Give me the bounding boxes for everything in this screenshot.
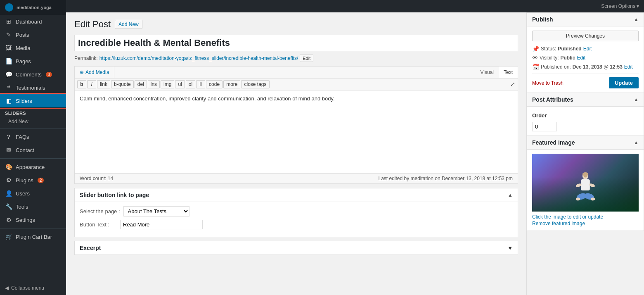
publish-title: Publish xyxy=(532,16,553,23)
sidebar-item-tools[interactable]: 🔧 Tools xyxy=(0,200,66,213)
button-text-input[interactable] xyxy=(120,220,203,229)
publish-panel-body: Preview Changes 📌 Status: Published Edit… xyxy=(527,26,644,93)
fmt-italic[interactable]: i xyxy=(87,80,96,88)
screen-options-btn[interactable]: Screen Options ▾ xyxy=(601,3,639,9)
post-attributes-body: Order xyxy=(527,107,644,136)
post-attributes-toggle[interactable]: ▲ xyxy=(634,97,639,102)
order-label: Order xyxy=(532,112,639,119)
page-title-bar: Edit Post Add New xyxy=(74,19,518,30)
remove-featured-image-link[interactable]: Remove featured image xyxy=(532,221,639,226)
sidebar-item-dashboard[interactable]: ⊞ Dashboard xyxy=(0,15,66,28)
sidebar-item-users[interactable]: 👤 Users xyxy=(0,187,66,200)
fmt-img[interactable]: img xyxy=(161,80,174,88)
publish-panel-header[interactable]: Publish ▲ xyxy=(527,13,644,26)
publish-toggle[interactable]: ▲ xyxy=(634,17,639,22)
page-select-dropdown[interactable]: About The Tests Home Contact Blog xyxy=(123,206,189,216)
settings-icon: ⚙ xyxy=(5,216,12,223)
tools-icon: 🔧 xyxy=(5,203,12,210)
fmt-li[interactable]: li xyxy=(196,80,205,88)
slider-metabox-body: Select the page : About The Tests Home C… xyxy=(75,202,518,237)
sidebar-item-settings[interactable]: ⚙ Settings xyxy=(0,213,66,226)
fmt-code[interactable]: code xyxy=(206,80,223,88)
published-edit-link[interactable]: Edit xyxy=(624,64,633,70)
featured-image-toggle[interactable]: ▲ xyxy=(634,140,639,145)
slider-metabox-title: Slider button link to page xyxy=(80,192,149,198)
featured-image-container[interactable] xyxy=(532,154,639,212)
post-title-input[interactable] xyxy=(74,35,518,51)
sidebar-item-comments[interactable]: 💬 Comments 3 xyxy=(0,68,66,81)
fmt-ul[interactable]: ul xyxy=(175,80,185,88)
sidebar-item-plugins[interactable]: ⚙ Plugins 2 xyxy=(0,174,66,187)
fmt-bquote[interactable]: b-quote xyxy=(111,80,134,88)
fmt-ol[interactable]: ol xyxy=(186,80,195,88)
sidebar-item-label: Pages xyxy=(16,58,31,64)
contact-icon: ✉ xyxy=(5,147,12,153)
permalink-edit-btn[interactable]: Edit xyxy=(300,55,313,62)
status-row: 📌 Status: Published Edit xyxy=(532,45,639,52)
sidebar-item-label: Sliders xyxy=(16,98,32,104)
published-label: Published on: xyxy=(541,64,571,70)
published-value: Dec 13, 2018 @ 12:53 xyxy=(573,64,623,70)
sidebar-item-media[interactable]: 🖼 Media xyxy=(0,41,66,55)
slider-metabox-header[interactable]: Slider button link to page ▲ xyxy=(75,188,518,202)
fmt-link[interactable]: link xyxy=(97,80,110,88)
wp-logo-icon xyxy=(5,3,13,12)
sidebar-item-plugin-cart-bar[interactable]: 🛒 Plugin Cart Bar xyxy=(0,230,66,243)
visibility-edit-link[interactable]: Edit xyxy=(577,55,585,61)
sidebar-logo: meditation-yoga xyxy=(0,0,66,15)
sliders-section-header: Sliders xyxy=(0,107,66,117)
visibility-icon: 👁 xyxy=(532,55,538,61)
sidebar-item-testimonials[interactable]: ❝ Testimonials xyxy=(0,81,66,94)
editor-box: ⊕ ⊕ Add Media Add Media Visual Text b i … xyxy=(74,66,518,184)
svg-point-9 xyxy=(591,197,595,200)
tab-text[interactable]: Text xyxy=(499,67,518,78)
update-button[interactable]: Update xyxy=(609,77,639,88)
featured-image-header[interactable]: Featured Image ▲ xyxy=(527,136,644,150)
sidebar-sub-add-new[interactable]: Add New xyxy=(0,117,66,126)
featured-image-title: Featured Image xyxy=(532,139,575,146)
sidebar-item-posts[interactable]: ✎ Posts xyxy=(0,28,66,41)
excerpt-metabox[interactable]: Excerpt ▼ xyxy=(74,241,518,255)
sidebar-item-faqs[interactable]: ? FAQs xyxy=(0,130,66,143)
excerpt-toggle[interactable]: ▼ xyxy=(507,245,513,251)
sidebar: meditation-yoga ⊞ Dashboard ✎ Posts 🖼 Me… xyxy=(0,0,66,295)
editor-format-bar: b i link b-quote del ins img ul ol li co… xyxy=(75,79,518,90)
sidebar-item-pages[interactable]: 📄 Pages xyxy=(0,55,66,68)
fmt-del[interactable]: del xyxy=(135,80,147,88)
svg-rect-2 xyxy=(584,173,587,178)
button-text-row: Button Text : xyxy=(80,220,513,229)
fmt-ins[interactable]: ins xyxy=(148,80,160,88)
add-media-button[interactable]: ⊕ ⊕ Add Media Add Media xyxy=(75,67,114,78)
tab-visual[interactable]: Visual xyxy=(476,67,499,78)
status-edit-link[interactable]: Edit xyxy=(583,46,592,52)
sidebar-item-label: Tools xyxy=(16,204,28,210)
visibility-value: Public xyxy=(560,55,575,61)
plugins-icon: ⚙ xyxy=(5,177,12,183)
editor-text: Calm mind, enhanced concentration, impro… xyxy=(80,95,335,102)
move-to-trash-link[interactable]: Move to Trash xyxy=(532,80,564,86)
slider-metabox-toggle[interactable]: ▲ xyxy=(508,192,513,198)
select-page-label: Select the page : xyxy=(80,208,120,214)
sidebar-item-label: Plugins xyxy=(16,177,33,183)
post-attributes-header[interactable]: Post Attributes ▲ xyxy=(527,93,644,107)
featured-image-placeholder[interactable] xyxy=(532,154,639,212)
comments-icon: 💬 xyxy=(5,71,12,78)
sidebar-item-sliders[interactable]: ◧ Sliders xyxy=(0,94,66,107)
comments-badge: 3 xyxy=(46,72,52,77)
sidebar-item-appearance[interactable]: 🎨 Appearance xyxy=(0,160,66,174)
editor-content[interactable]: Calm mind, enhanced concentration, impro… xyxy=(75,90,518,173)
order-input[interactable] xyxy=(532,122,557,131)
testimonials-icon: ❝ xyxy=(5,84,12,91)
featured-image-edit-link[interactable]: Click the image to edit or update xyxy=(532,214,639,220)
add-new-button[interactable]: Add New xyxy=(115,20,142,29)
fmt-more[interactable]: more xyxy=(223,80,240,88)
sidebar-item-contact[interactable]: ✉ Contact xyxy=(0,143,66,157)
preview-changes-btn[interactable]: Preview Changes xyxy=(532,31,639,41)
fmt-close-tags[interactable]: close tags xyxy=(241,80,269,88)
expand-button[interactable]: ⤢ xyxy=(510,81,515,88)
editor-footer: Word count: 14 Last edited by meditation… xyxy=(75,173,518,183)
posts-icon: ✎ xyxy=(5,31,12,38)
collapse-menu-btn[interactable]: ◀ Collapse menu xyxy=(0,281,66,295)
permalink-url[interactable]: https://luzuk.com/demo/meditation-yoga/l… xyxy=(99,55,298,61)
fmt-bold[interactable]: b xyxy=(77,80,86,88)
